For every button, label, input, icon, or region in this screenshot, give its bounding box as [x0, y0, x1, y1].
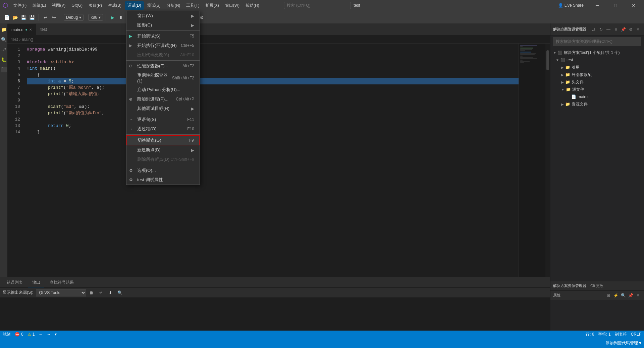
dm-perf[interactable]: ⊙ 性能探查器(F)... Alt+F2: [126, 61, 200, 71]
status-format[interactable]: 制表符: [615, 332, 627, 337]
dm-window[interactable]: 窗口(W) ▶: [126, 11, 200, 20]
tab-test[interactable]: test: [36, 24, 51, 35]
save-button[interactable]: 💾: [19, 13, 28, 21]
output-clear-btn[interactable]: 🗑: [88, 289, 96, 297]
tab-output[interactable]: 输出: [28, 278, 44, 287]
save-all-button[interactable]: 💾: [28, 13, 36, 21]
tree-solution[interactable]: ▼ ⬛ 解决方案'test'(1 个项目/共 1 个): [550, 49, 644, 56]
debug-config-selector[interactable]: Debug ▾: [64, 14, 84, 21]
menu-extensions[interactable]: 扩展(X): [203, 1, 222, 10]
breadcrumb-test[interactable]: test: [11, 37, 18, 42]
start-debug-button[interactable]: ▶: [109, 13, 117, 21]
status-line[interactable]: 行: 6: [586, 332, 594, 337]
dm-other-targets[interactable]: 其他调试目标(H) ▶: [126, 104, 200, 113]
dm-toggle-breakpoint[interactable]: 切换断点(G) F9: [126, 135, 200, 145]
se-pin-btn[interactable]: 📌: [620, 26, 627, 33]
status-nav-forward[interactable]: →: [47, 332, 51, 337]
debug-menu[interactable]: 窗口(W) ▶ 图形(C) ▶ ▶ 开始调试(S) F5 ▶ 开始执行(不调试)…: [126, 11, 200, 185]
tree-expand-source[interactable]: ▼: [561, 88, 565, 91]
tree-source-files[interactable]: ▼ 📁 源文件: [550, 86, 644, 93]
status-encoding[interactable]: CRLF: [631, 332, 641, 337]
dm-options[interactable]: ⚙ 选项(O)...: [126, 166, 200, 175]
menu-edit[interactable]: 编辑(E): [30, 1, 49, 10]
dm-graphics[interactable]: 图形(C) ▶: [126, 20, 200, 30]
status-errors[interactable]: ⛔ 0: [15, 332, 23, 337]
se-sync-btn[interactable]: ⇄: [590, 26, 597, 33]
output-source-select[interactable]: Qt VS Tools: [36, 289, 86, 296]
status-ready[interactable]: 就绪: [3, 332, 11, 337]
se-search-input[interactable]: [553, 37, 641, 46]
tab-find-symbol[interactable]: 查找符号结果: [46, 278, 78, 287]
activity-git-icon[interactable]: ⎇: [0, 45, 7, 54]
menu-file[interactable]: 文件(F): [11, 1, 29, 10]
arch-selector[interactable]: x86 ▾: [88, 14, 103, 21]
prop-search-btn[interactable]: 🔍: [620, 292, 627, 299]
output-scroll-btn[interactable]: ⬇: [106, 289, 114, 297]
prop-sort-btn[interactable]: ⚡: [612, 292, 619, 299]
activity-debug-icon[interactable]: 🐛: [0, 55, 7, 64]
dm-attach[interactable]: ⊕ 附加到进程(P)... Ctrl+Alt+P: [126, 94, 200, 104]
tree-project-test[interactable]: ▼ ⬛ test: [550, 56, 644, 64]
breadcrumb-main-func[interactable]: main(): [22, 37, 33, 42]
restore-button[interactable]: □: [608, 0, 623, 11]
prop-close-btn[interactable]: ✕: [635, 292, 641, 299]
status-col[interactable]: 字符: 1: [598, 332, 610, 337]
tab-errors[interactable]: 错误列表: [3, 278, 27, 287]
tree-expand-ext[interactable]: ▶: [561, 73, 564, 77]
activity-extensions-icon[interactable]: ⬛: [0, 65, 7, 74]
scrollbar-thumb[interactable]: [546, 50, 549, 70]
live-share-button[interactable]: 👤 Live Share: [555, 2, 587, 9]
dm-step-over[interactable]: → 逐过程(O) F10: [126, 124, 200, 134]
tree-main-c[interactable]: 📄 main.c: [550, 93, 644, 100]
activity-explorer-icon[interactable]: 📁: [0, 25, 7, 34]
undo-button[interactable]: ↩: [42, 13, 50, 21]
menu-window[interactable]: 窗口(W): [222, 1, 242, 10]
new-project-button[interactable]: 📄: [3, 13, 11, 21]
dm-test-props[interactable]: ⚙ test 调试属性: [126, 175, 200, 185]
menu-build[interactable]: 生成(B): [105, 1, 124, 10]
open-button[interactable]: 📂: [11, 13, 19, 21]
prop-grid-btn[interactable]: ⊞: [605, 292, 612, 299]
tree-resources[interactable]: ▶ 📁 资源文件: [550, 100, 644, 108]
menu-view[interactable]: 视图(V): [49, 1, 68, 10]
se-link-git[interactable]: Git 更改: [590, 283, 603, 288]
bottom-status-right[interactable]: 添加到源代码管理 ♥: [606, 340, 641, 346]
dm-step-into[interactable]: → 逐语句(S) F11: [126, 115, 200, 124]
tab-main-c[interactable]: main.c ● ✕: [7, 24, 36, 35]
tree-expand-headers[interactable]: ▶: [561, 80, 564, 84]
dm-apply-code[interactable]: 应用代码更改(A) Alt+F10: [126, 50, 200, 60]
se-link-solution[interactable]: 解决方案资源管理器: [553, 283, 586, 288]
dm-delete-breakpoints[interactable]: 删除所有断点(D) Ctrl+Shift+F9: [126, 155, 200, 164]
redo-button[interactable]: ↪: [50, 13, 58, 21]
se-options-btn[interactable]: ⚙: [627, 26, 634, 33]
minimize-button[interactable]: ─: [590, 0, 605, 11]
menu-help[interactable]: 帮助(H): [243, 1, 262, 10]
status-warnings[interactable]: ⚠ 1: [28, 332, 35, 337]
menu-project[interactable]: 项目(P): [86, 1, 105, 10]
menu-analyze[interactable]: 分析(N): [164, 1, 183, 10]
se-close-btn[interactable]: ✕: [635, 26, 641, 33]
tree-expand-res[interactable]: ▶: [561, 102, 564, 106]
tree-expand-project[interactable]: ▼: [556, 58, 559, 62]
tree-headers[interactable]: ▶ 📁 头文件: [550, 78, 644, 86]
se-refresh-btn[interactable]: ↻: [598, 26, 604, 33]
menu-git[interactable]: Git(G): [69, 2, 85, 9]
tab-close-main-c[interactable]: ✕: [29, 28, 32, 31]
output-wrap-btn[interactable]: ↵: [97, 289, 105, 297]
tree-expand-solution[interactable]: ▼: [553, 51, 556, 55]
status-nav-list[interactable]: ▾: [55, 332, 57, 337]
dm-new-breakpoint[interactable]: 新建断点(B) ▶: [126, 145, 200, 155]
tree-expand-refs[interactable]: ▶: [561, 66, 564, 69]
close-button[interactable]: ✕: [626, 0, 641, 11]
status-nav-back[interactable]: ←: [39, 332, 43, 337]
global-search-input[interactable]: [284, 2, 351, 9]
menu-test[interactable]: 测试(S): [145, 1, 163, 10]
se-filter-btn[interactable]: ≡: [612, 26, 619, 33]
prop-pin-btn[interactable]: 📌: [627, 292, 634, 299]
dm-start-nodebug[interactable]: ▶ 开始执行(不调试)(H) Ctrl+F5: [126, 41, 200, 50]
se-collapse-btn[interactable]: —: [605, 26, 612, 33]
tree-references[interactable]: ▶ 📁 引用: [550, 64, 644, 71]
toolbar-btn-2[interactable]: ⏸: [117, 13, 125, 21]
tree-external-deps[interactable]: ▶ 📁 外部依赖项: [550, 71, 644, 78]
menu-tools[interactable]: 工具(T): [183, 1, 202, 10]
